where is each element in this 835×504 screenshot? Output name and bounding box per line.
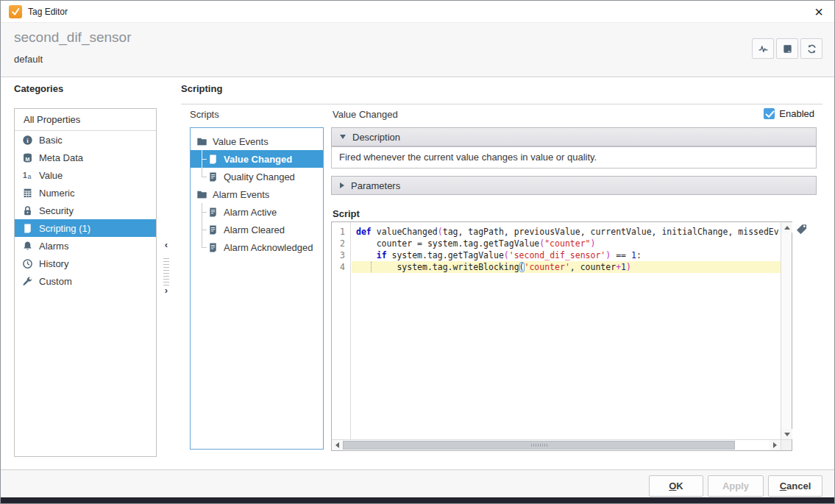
tree-connector [198, 221, 207, 238]
category-item-value[interactable]: 1aValue [15, 166, 156, 184]
enabled-label: Enabled [779, 108, 814, 119]
description-text: Fired whenever the current value changes… [331, 146, 817, 168]
parameters-header-label: Parameters [351, 180, 400, 191]
info-icon: i [22, 135, 33, 146]
diagnostics-button[interactable] [752, 38, 774, 59]
line-number: 4 [332, 261, 350, 273]
scripting-divider [181, 104, 822, 104]
category-item-alarms[interactable]: Alarms [15, 237, 156, 255]
category-item-security[interactable]: Security [15, 202, 156, 219]
script-label: Script [333, 208, 360, 219]
tree-item-label: Quality Changed [224, 171, 295, 182]
tree-item-label: Alarm Acknowledged [224, 242, 313, 253]
tree-connector [198, 168, 207, 185]
category-label: Scripting (1) [39, 223, 90, 234]
tree-connector [198, 150, 207, 168]
line-number-gutter: 1234 [332, 222, 351, 439]
code-area[interactable]: def valueChanged(tag, tagPath, previousV… [352, 222, 781, 439]
tree-item-alarm-events[interactable]: Alarm Events [191, 185, 323, 203]
svg-text:1: 1 [23, 171, 27, 179]
script-icon [207, 207, 218, 218]
category-item-custom[interactable]: Custom [15, 272, 156, 290]
scroll-down-arrow[interactable] [781, 429, 792, 439]
tree-item-value-changed[interactable]: Value Changed [191, 150, 323, 168]
value-icon: 1a [22, 170, 33, 181]
category-label: Custom [39, 276, 72, 287]
code-line: if system.tag.getTagValue('second_dif_se… [352, 249, 781, 261]
line-number: 3 [332, 249, 350, 261]
scrollbar-corner [781, 439, 792, 450]
folder-icon [196, 189, 207, 200]
enabled-checkbox[interactable] [764, 108, 775, 119]
horizontal-scroll-thumb[interactable] [343, 441, 735, 450]
window-title: Tag Editor [28, 1, 68, 23]
lock-icon [22, 205, 33, 216]
category-label: Basic [39, 135, 63, 146]
tree-item-quality-changed[interactable]: Quality Changed [191, 168, 323, 185]
scroll-right-arrow[interactable] [770, 440, 781, 450]
category-label: Numeric [39, 188, 74, 199]
chevron-right-icon [340, 182, 344, 188]
refresh-icon [806, 43, 817, 54]
pulse-icon [758, 43, 769, 54]
parameters-section-header[interactable]: Parameters [331, 176, 817, 195]
refresh-button[interactable] [800, 38, 822, 59]
category-item-basic[interactable]: iBasic [15, 131, 156, 149]
collapse-right-chevron[interactable]: › [161, 285, 171, 297]
header-toolbar [752, 38, 822, 59]
tree-item-label: Alarm Cleared [224, 224, 285, 235]
tree-connector [198, 203, 207, 221]
category-item-all-properties[interactable]: All Properties [15, 109, 156, 131]
bell-icon [22, 241, 33, 252]
scroll-left-arrow[interactable] [332, 440, 343, 450]
wrench-icon [22, 276, 33, 287]
cancel-button[interactable]: Cancel [768, 475, 822, 497]
ok-button[interactable]: OK [649, 475, 703, 497]
category-label: Security [39, 205, 74, 216]
category-label: Alarms [39, 241, 68, 252]
apply-button[interactable]: Apply [708, 475, 764, 497]
tag-editor-app-icon [9, 5, 22, 18]
splitter-grip[interactable] [163, 258, 169, 286]
script-icon [207, 154, 218, 165]
tree-item-label: Value Changed [224, 154, 292, 165]
category-label: History [39, 258, 68, 269]
calculator-icon [22, 188, 33, 199]
tree-item-value-events[interactable]: Value Events [191, 132, 323, 150]
description-section-header[interactable]: Description [331, 127, 817, 146]
window-bottom-strip [1, 497, 834, 503]
enabled-control: Enabled [764, 108, 814, 119]
horizontal-scrollbar[interactable] [332, 439, 781, 450]
clock-icon [22, 258, 33, 269]
chevron-down-icon [340, 135, 346, 139]
svg-text:a: a [28, 173, 32, 180]
footer: OK Apply Cancel [1, 470, 834, 499]
scroll-up-arrow[interactable] [781, 222, 792, 233]
vertical-scrollbar[interactable] [781, 222, 792, 439]
category-item-numeric[interactable]: Numeric [15, 184, 156, 202]
indent-guide [371, 262, 372, 272]
tree-item-label: Alarm Events [213, 189, 269, 200]
code-line: def valueChanged(tag, tagPath, previousV… [352, 226, 781, 238]
script-editor: 1234 def valueChanged(tag, tagPath, prev… [331, 221, 792, 451]
tree-item-alarm-active[interactable]: Alarm Active [191, 203, 323, 221]
category-item-meta-data[interactable]: MMeta Data [15, 149, 156, 166]
tree-item-alarm-acknowledged[interactable]: Alarm Acknowledged [191, 238, 323, 256]
code-line: system.tag.writeBlocking('counter', coun… [352, 261, 781, 273]
documentation-button[interactable] [776, 38, 798, 59]
categories-list: All Properties iBasicMMeta Data1aValueNu… [14, 108, 157, 457]
close-button[interactable]: × [809, 2, 828, 21]
collapse-left-chevron[interactable]: ‹ [161, 239, 171, 251]
category-label: Value [39, 170, 63, 181]
scripting-heading: Scripting [181, 83, 222, 94]
code-line: counter = system.tag.getTagValue("counte… [352, 238, 781, 249]
tag-name: second_dif_sensor [14, 29, 132, 46]
tag-annotation-icon[interactable] [795, 223, 808, 235]
tree-item-alarm-cleared[interactable]: Alarm Cleared [191, 221, 323, 238]
description-header-label: Description [352, 132, 400, 143]
category-item-history[interactable]: History [15, 255, 156, 272]
script-icon [207, 224, 218, 235]
tree-item-label: Alarm Active [224, 207, 277, 218]
category-item-scripting-1[interactable]: Scripting (1) [15, 219, 156, 237]
line-number: 1 [332, 226, 350, 238]
